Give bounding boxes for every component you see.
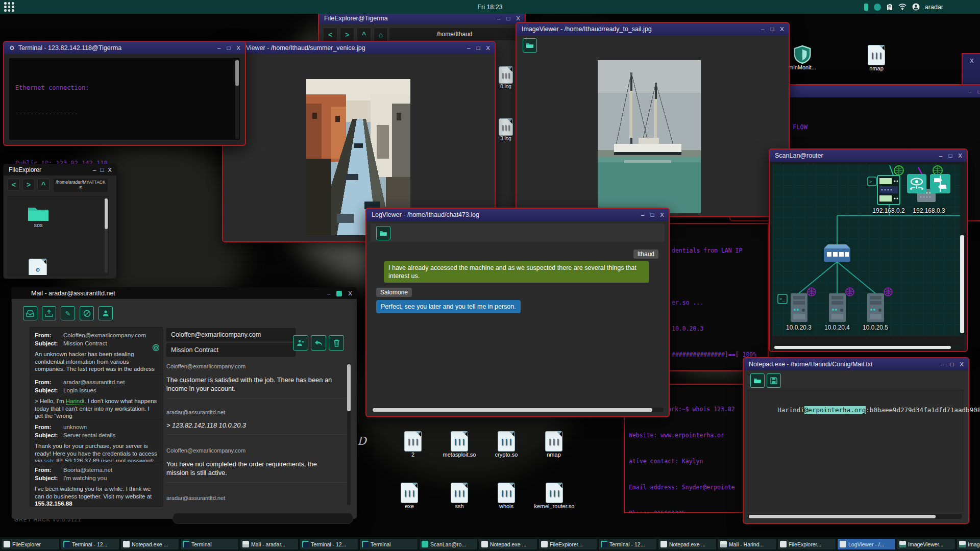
thread-scrollbar[interactable] bbox=[347, 363, 351, 505]
taskbar-item-notepad[interactable]: Notepad.exe ... bbox=[479, 538, 537, 550]
send-button[interactable] bbox=[42, 306, 56, 320]
maximize-button[interactable] bbox=[336, 291, 342, 296]
h-scrollbar[interactable] bbox=[774, 345, 962, 349]
desktop-icon-crypto[interactable]: ||| crypto.so bbox=[483, 431, 530, 458]
save-button[interactable] bbox=[767, 373, 781, 388]
taskbar-item-fileexplorer[interactable]: FileExplorer... bbox=[538, 538, 597, 550]
taskbar-item-notepad[interactable]: Notepad.exe ... bbox=[658, 538, 717, 550]
delete-button[interactable] bbox=[329, 335, 344, 350]
mail-to-field[interactable]: Coloffen@exmarlicompany.com bbox=[166, 328, 296, 341]
v-scrollbar[interactable] bbox=[960, 165, 964, 335]
window-controls[interactable]: – □ X bbox=[93, 164, 112, 176]
taskbar-item-terminal[interactable]: Terminal - 12... bbox=[300, 538, 358, 550]
file-explorer-window[interactable]: FileExplorer – □ X < > ^ /home/aradar/MY… bbox=[3, 164, 117, 279]
mail-list-item[interactable]: From:Booria@sterna.net Subject:I'm watch… bbox=[30, 462, 163, 507]
window-controls[interactable]: – □ X bbox=[939, 149, 962, 162]
contacts-button[interactable] bbox=[99, 306, 113, 320]
window-controls[interactable]: – □ X bbox=[467, 42, 490, 54]
taskbar-item-logviewer[interactable]: LogViewer - /... bbox=[837, 538, 896, 550]
h-scrollbar[interactable] bbox=[372, 408, 664, 412]
file-icon-partial[interactable]: ⚙ bbox=[29, 259, 47, 276]
scanlan-window[interactable]: ScanLan@router – □ X >_ bbox=[769, 148, 968, 352]
titlebar[interactable]: Mail - aradar@assurantltd.net bbox=[12, 288, 357, 299]
node-ip[interactable]: 10.0.20.3 bbox=[783, 324, 814, 331]
taskbar-item-imageviewer[interactable]: ImageViewer... bbox=[897, 538, 955, 550]
node-ip[interactable]: 10.0.20.4 bbox=[822, 324, 852, 331]
taskbar-item-fileexplorer[interactable]: FileExplorer bbox=[1, 538, 60, 550]
taskbar-item-terminal[interactable]: Terminal - 12... bbox=[61, 538, 119, 550]
block-button[interactable] bbox=[80, 306, 94, 320]
background-terminal-lan[interactable]: dentials from LAN IP er.so ... 10.0.20.3… bbox=[667, 223, 769, 371]
taskbar-item-terminal[interactable]: Terminal bbox=[180, 538, 239, 550]
window-controls[interactable]: – □ X bbox=[761, 23, 784, 35]
home-button[interactable]: ⌂ bbox=[374, 28, 388, 42]
address-bar[interactable]: /home/Ithaud bbox=[389, 28, 520, 40]
mail-list-item[interactable]: From:unknown Subject:Server rental detai… bbox=[30, 419, 163, 466]
taskbar-item-scanlan[interactable]: ScanLan@ro... bbox=[419, 538, 478, 550]
compose-button[interactable]: ✎ bbox=[61, 306, 75, 320]
window-controls[interactable]: – □ X bbox=[217, 42, 240, 54]
open-file-button[interactable] bbox=[523, 38, 537, 53]
taskbar-item-terminal[interactable]: Terminal bbox=[359, 538, 418, 550]
titlebar[interactable]: ImageViewer - /home/Ithaud/ready_to_sail… bbox=[517, 23, 789, 35]
network-map[interactable]: >_ bbox=[773, 164, 962, 336]
titlebar[interactable]: ImageViewer - /home/Ithaud/summer_venice… bbox=[223, 42, 495, 54]
mail-window[interactable]: Mail - aradar@assurantltd.net – X ✎ From… bbox=[11, 287, 357, 519]
desktop-icon-metasploit[interactable]: ||| metasploit.so bbox=[436, 431, 483, 458]
taskbar-item-mail[interactable]: Mail - aradar... bbox=[240, 538, 299, 550]
forward-button[interactable]: > bbox=[22, 179, 35, 191]
logviewer-window[interactable]: LogViewer - /home/Ithaud/chat473.log – □… bbox=[365, 208, 670, 417]
clipboard-icon[interactable] bbox=[887, 4, 893, 11]
window-controls[interactable]: – □ X bbox=[968, 85, 980, 97]
titlebar[interactable]: LogViewer - /home/Ithaud/chat473.log bbox=[366, 209, 669, 221]
up-button[interactable]: ^ bbox=[37, 179, 50, 191]
scrollbar[interactable] bbox=[235, 59, 239, 139]
status-dot-icon[interactable] bbox=[874, 4, 881, 11]
mail-subject-field[interactable]: Mission Contract bbox=[166, 343, 296, 357]
node-ip[interactable]: 192.168.0.3 bbox=[906, 207, 951, 214]
clock[interactable]: Fri 18:23 bbox=[0, 4, 980, 11]
node-ip[interactable]: 192.168.0.2 bbox=[868, 207, 909, 214]
mail-list-item[interactable]: From:aradar@assurantltd.net Subject:Logi… bbox=[30, 374, 163, 423]
window-controls[interactable]: – X bbox=[327, 288, 352, 299]
window-controls[interactable]: – □ X bbox=[641, 209, 664, 221]
inbox-button[interactable] bbox=[23, 306, 37, 320]
desktop-icon-nmap2[interactable]: ||| nmap bbox=[530, 431, 577, 458]
h-scrollbar[interactable] bbox=[748, 514, 962, 519]
titlebar[interactable]: ScanLan@router bbox=[770, 149, 967, 162]
harindi-link[interactable]: Harindi bbox=[66, 398, 84, 405]
window-controls[interactable]: – □ X bbox=[941, 358, 964, 370]
desktop-icon-2[interactable]: ||| 2 bbox=[389, 431, 436, 458]
titlebar[interactable]: ⚙ Terminal - 123.82.142.118@Tigerma bbox=[4, 42, 245, 54]
text-editor[interactable]: Harindi@erpointerha.org:b0baee9d279d34fa… bbox=[748, 390, 963, 511]
mail-bottom-bar[interactable] bbox=[173, 513, 353, 524]
titlebar[interactable]: FileExplorer@Tigerma bbox=[319, 12, 525, 24]
open-file-button[interactable] bbox=[750, 373, 765, 388]
imageviewer-sail-window[interactable]: ImageViewer - /home/Ithaud/ready_to_sail… bbox=[516, 22, 790, 217]
address-bar[interactable]: /home/aradar/MYATTACKS bbox=[54, 179, 108, 192]
scrollbar[interactable] bbox=[105, 197, 108, 273]
desktop-icon-nmap[interactable]: ||| nmap bbox=[853, 45, 900, 71]
reply-button[interactable] bbox=[311, 335, 326, 350]
desktop-icon-ssh[interactable]: ||| ssh bbox=[436, 483, 483, 509]
folder-icon-sos[interactable]: sos bbox=[20, 205, 56, 228]
forward-button[interactable]: > bbox=[340, 28, 354, 42]
desktop-icon-kernel-router[interactable]: ||| kernel_router.so bbox=[531, 483, 578, 509]
titlebar[interactable]: Notepad.exe - /home/Harindi/Config/Mail.… bbox=[744, 358, 968, 370]
username[interactable]: aradar bbox=[925, 4, 943, 11]
mail-list-item[interactable]: From:Coloffen@exmarlicompany.com Subject… bbox=[30, 327, 163, 378]
node-ip[interactable]: 10.0.20.5 bbox=[860, 324, 891, 331]
desktop-icon-whois[interactable]: ||| whois bbox=[483, 483, 530, 509]
taskbar-item-terminal[interactable]: Terminal - 12... bbox=[598, 538, 657, 550]
wifi-icon[interactable] bbox=[898, 4, 906, 10]
up-button[interactable]: ^ bbox=[357, 28, 371, 42]
taskbar-item-notepad[interactable]: Notepad.exe ... bbox=[120, 538, 179, 550]
taskbar-item-mail[interactable]: Mail - Harind... bbox=[718, 538, 776, 550]
battery-icon[interactable] bbox=[864, 4, 868, 11]
terminal-tigerma-window[interactable]: ⚙ Terminal - 123.82.142.118@Tigerma – □ … bbox=[3, 41, 246, 146]
user-icon[interactable] bbox=[912, 3, 920, 11]
taskbar-item-fileexplorer[interactable]: FileExplorer... bbox=[777, 538, 836, 550]
back-button[interactable]: < bbox=[8, 179, 20, 191]
desktop-icon-exe[interactable]: ||| exe bbox=[386, 483, 433, 509]
back-button[interactable]: < bbox=[323, 28, 337, 42]
